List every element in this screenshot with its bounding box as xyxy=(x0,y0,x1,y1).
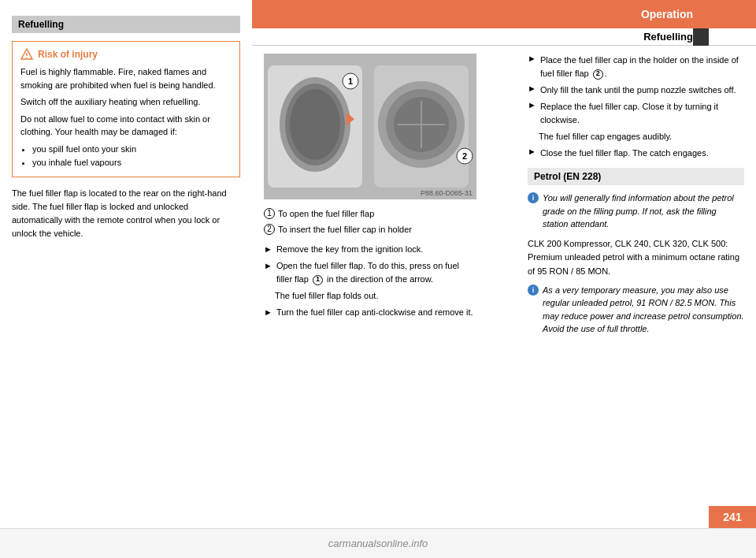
info-text-1: You will generally find information abou… xyxy=(543,192,744,231)
image-label: P88.60-D065-31 xyxy=(421,189,472,197)
caption-step-1: 1 To open the fuel filler flap xyxy=(264,207,476,221)
right-step-1-text: Place the fuel filler cap in the holder … xyxy=(540,54,744,80)
header-bar: Operation xyxy=(252,0,756,28)
right-arrow-3: ► xyxy=(528,100,536,110)
caption-step-2: 2 To insert the fuel filler cap in holde… xyxy=(264,223,476,236)
warning-para-2: Switch off the auxiliary heating when re… xyxy=(20,95,232,109)
warning-icon xyxy=(20,48,33,61)
right-arrow-1: ► xyxy=(528,54,536,63)
mid-column: 1 2 P88.60-D065-31 1 To open the fuel fi… xyxy=(252,46,488,330)
mid-indent-1: The fuel filler flap folds out. xyxy=(275,289,476,303)
left-column: Refuelling Risk of injury Fuel is highly… xyxy=(0,0,252,528)
right-arrow-2: ► xyxy=(528,84,536,93)
step-num-2: 2 xyxy=(264,224,275,235)
svg-text:1: 1 xyxy=(348,76,353,86)
mid-step-3: ► Turn the fuel filler cap anti-clockwis… xyxy=(264,306,476,319)
right-step-2: ► Only fill the tank until the pump nozz… xyxy=(528,84,744,97)
right-column: ► Place the fuel filler cap in the holde… xyxy=(520,46,756,350)
left-body-text: The fuel filler flap is located to the r… xyxy=(12,187,240,240)
section-title-bar: Refuelling xyxy=(252,28,756,46)
warning-text: Fuel is highly flammable. Fire, naked fl… xyxy=(20,65,232,139)
arrow-2: ► xyxy=(264,259,272,273)
svg-text:2: 2 xyxy=(462,151,467,161)
warning-box: Risk of injury Fuel is highly flammable.… xyxy=(12,41,240,177)
fuel-illustration: 1 2 xyxy=(264,54,476,199)
refuelling-label: Refuelling xyxy=(12,16,240,33)
mid-step-1: ► Remove the key from the ignition lock. xyxy=(264,243,476,256)
watermark-text: carmanualsonline.info xyxy=(328,538,428,549)
info-box-1: i You will generally find information ab… xyxy=(528,192,744,231)
mid-step-1-text: Remove the key from the ignition lock. xyxy=(276,243,423,256)
circle-num-1: 1 xyxy=(313,275,323,285)
svg-point-7 xyxy=(290,89,340,160)
info-box-2: i As a very temporary measure, you may a… xyxy=(528,284,744,336)
bullet-2: you inhale fuel vapours xyxy=(32,156,232,170)
info-icon-2: i xyxy=(528,285,539,296)
bottom-bar: carmanualsonline.info xyxy=(0,528,756,558)
info-icon-1: i xyxy=(528,192,539,203)
right-step-4: ► Close the fuel filler flap. The catch … xyxy=(528,147,744,160)
warning-bullets: you spill fuel onto your skin you inhale… xyxy=(32,143,232,170)
page-number: 241 xyxy=(709,506,756,528)
right-step-2-text: Only fill the tank until the pump nozzle… xyxy=(540,84,736,97)
petrol-grades-title: CLK 200 Kompressor, CLK 240, CLK 320, CL… xyxy=(528,237,744,251)
section-title: Refuelling xyxy=(643,31,693,43)
header-title: Operation xyxy=(641,8,693,20)
svg-point-2 xyxy=(26,57,28,58)
caption-text-2: To insert the fuel filler cap in holder xyxy=(278,223,412,236)
mid-step-3-text: Turn the fuel filler cap anti-clockwise … xyxy=(276,306,473,319)
warning-para-3: Do not allow fuel to come into contact w… xyxy=(20,113,232,139)
warning-title-text: Risk of injury xyxy=(38,49,98,60)
arrow-3: ► xyxy=(264,306,272,319)
petrol-grades: CLK 200 Kompressor, CLK 240, CLK 320, CL… xyxy=(528,237,744,279)
info-text-2: As a very temporary measure, you may als… xyxy=(543,284,744,336)
fuel-image: 1 2 P88.60-D065-31 xyxy=(264,54,476,199)
bullet-1: you spill fuel onto your skin xyxy=(32,143,232,157)
petrol-grades-text: Premium unleaded petrol with a minimum o… xyxy=(528,251,744,278)
arrow-1: ► xyxy=(264,243,272,256)
petrol-box: Petrol (EN 228) xyxy=(528,168,744,185)
caption-text-1: To open the fuel filler flap xyxy=(278,207,374,221)
step-num-1: 1 xyxy=(264,208,275,219)
section-title-block xyxy=(693,28,709,46)
right-indent-1: The fuel filler cap engages audibly. xyxy=(539,130,744,143)
warning-para-1: Fuel is highly flammable. Fire, naked fl… xyxy=(20,65,232,91)
circle-num-2: 2 xyxy=(593,69,603,80)
mid-steps-list: 1 To open the fuel filler flap 2 To inse… xyxy=(264,207,476,319)
right-step-3: ► Replace the fuel filler cap. Close it … xyxy=(528,100,744,127)
right-step-4-text: Close the fuel filler flap. The catch en… xyxy=(540,147,709,160)
mid-step-2: ► Open the fuel filler flap. To do this,… xyxy=(264,259,476,286)
warning-title: Risk of injury xyxy=(20,48,232,61)
right-arrow-4: ► xyxy=(528,147,536,156)
right-step-1: ► Place the fuel filler cap in the holde… xyxy=(528,54,744,80)
right-step-3-text: Replace the fuel filler cap. Close it by… xyxy=(540,100,744,127)
mid-step-2-text: Open the fuel filler flap. To do this, p… xyxy=(276,259,476,286)
